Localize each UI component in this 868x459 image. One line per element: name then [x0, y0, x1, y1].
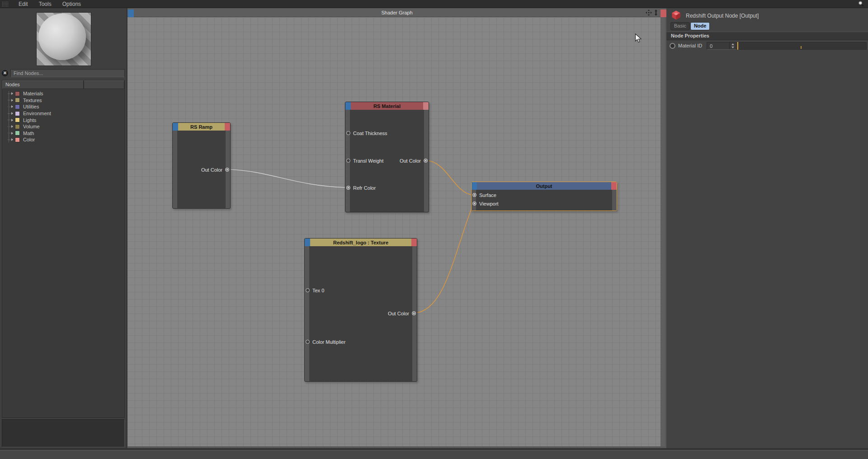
port-tex0[interactable] — [306, 288, 310, 292]
node-corner-blue[interactable] — [305, 239, 310, 246]
keyframe-radio-icon[interactable] — [670, 43, 675, 49]
canvas-edge-strip — [660, 17, 665, 446]
port-label: Tex 0 — [312, 288, 324, 293]
tree-item-label: Lights — [23, 117, 36, 123]
slider-cursor — [737, 42, 738, 50]
node-corner-blue[interactable] — [173, 123, 178, 131]
graph-title-bar: Shader Graph — [127, 8, 666, 17]
menu-options[interactable]: Options — [57, 0, 86, 8]
category-color-chip — [15, 124, 20, 129]
stepper-down-icon[interactable] — [731, 47, 734, 48]
status-bar — [0, 450, 868, 459]
tree-item-volume[interactable]: Volume — [2, 123, 124, 130]
category-color-chip — [15, 117, 20, 122]
port-label: Out Color — [388, 311, 409, 316]
section-node-properties[interactable]: Node Properties — [666, 32, 868, 40]
tree-item-label: Math — [23, 131, 34, 136]
field-label: Material ID — [678, 43, 702, 48]
tree-header-extra[interactable] — [84, 80, 124, 89]
node-rs-material[interactable]: RS Material Coat Thickness Transl Weight… — [345, 102, 429, 212]
port-row-out-color: Out Color — [345, 157, 429, 164]
expander-icon[interactable] — [11, 125, 13, 128]
port-surface[interactable] — [472, 193, 476, 197]
node-body: Tex 0 Out Color Color Multiplier — [305, 246, 417, 381]
tree-item-color[interactable]: Color — [2, 136, 124, 143]
section-title: Node Properties — [666, 32, 868, 38]
zoom-icon[interactable] — [653, 9, 659, 16]
category-color-chip — [15, 137, 20, 142]
tree-item-environment[interactable]: Environment — [2, 110, 124, 117]
menu-edit[interactable]: Edit — [13, 0, 33, 8]
node-title-bar[interactable]: Redshift_logo : Texture — [305, 239, 417, 246]
graph-corner-red[interactable] — [660, 9, 666, 17]
node-corner-blue[interactable] — [345, 102, 351, 110]
port-out-color[interactable] — [412, 311, 416, 315]
tree-item-utilities[interactable]: Utilities — [2, 103, 124, 110]
tab-basic[interactable]: Basic — [670, 22, 690, 30]
redshift-logo-icon — [671, 10, 681, 21]
node-corner-blue[interactable] — [472, 182, 477, 190]
material-preview[interactable] — [36, 12, 91, 66]
search-icon[interactable] — [858, 0, 864, 8]
node-corner-red[interactable] — [411, 239, 417, 246]
graph-canvas[interactable] — [127, 17, 660, 446]
port-color-multiplier[interactable] — [306, 340, 310, 344]
palette-grip-icon[interactable] — [2, 1, 9, 7]
node-rs-ramp[interactable]: RS Ramp Out Color — [172, 122, 231, 209]
preview-sphere — [38, 14, 86, 60]
port-viewport[interactable] — [472, 201, 476, 206]
port-row-coat-thickness: Coat Thickness — [345, 130, 429, 137]
tree-item-lights[interactable]: Lights — [2, 117, 124, 123]
port-out-color[interactable] — [225, 168, 229, 172]
node-corner-red[interactable] — [225, 123, 230, 131]
stepper-up-icon[interactable] — [731, 43, 734, 45]
port-label: Out Color — [400, 158, 421, 164]
find-nodes-input[interactable] — [10, 69, 125, 77]
tree-item-textures[interactable]: Textures — [2, 97, 124, 104]
expander-icon[interactable] — [11, 119, 13, 122]
tree-item-label: Utilities — [23, 104, 39, 109]
material-id-input[interactable] — [707, 42, 729, 49]
expander-icon[interactable] — [11, 92, 13, 95]
menu-tools[interactable]: Tools — [33, 0, 57, 8]
graph-title: Shader Graph — [127, 8, 666, 17]
tree-item-math[interactable]: Math — [2, 130, 124, 137]
port-row-viewport: Viewport — [472, 200, 617, 207]
node-corner-red[interactable] — [423, 102, 429, 110]
port-refr-color[interactable] — [346, 186, 350, 190]
attributes-header: Redshift Output Node [Output] — [671, 10, 759, 21]
node-title-bar[interactable]: RS Ramp — [173, 123, 230, 131]
port-row-surface: Surface — [472, 192, 617, 199]
tree-item-label: Environment — [23, 111, 51, 116]
tree-dash — [8, 113, 11, 114]
expander-icon[interactable] — [11, 112, 13, 115]
node-title-bar[interactable]: RS Material — [345, 102, 429, 110]
clear-search-button[interactable]: ✖ — [2, 70, 8, 76]
tree-item-materials[interactable]: Materials — [2, 90, 124, 97]
expander-icon[interactable] — [11, 132, 13, 135]
tree-item-label: Volume — [23, 124, 40, 129]
expander-icon[interactable] — [11, 105, 13, 108]
tree-body: Materials Textures Utilities — [2, 89, 124, 143]
material-id-slider[interactable] — [737, 42, 867, 50]
material-id-spinbox — [707, 42, 736, 50]
node-corner-red[interactable] — [611, 182, 617, 190]
application-window: Edit Tools Options ✖ Nodes — [0, 0, 868, 459]
mouse-cursor — [635, 33, 642, 45]
category-color-chip — [15, 111, 20, 116]
tree-header-nodes[interactable]: Nodes — [2, 80, 84, 89]
port-coat-thickness[interactable] — [346, 131, 350, 135]
port-row-color-multiplier: Color Multiplier — [305, 338, 417, 346]
expander-icon[interactable] — [11, 138, 13, 141]
node-library-panel: ✖ Nodes Materials Textu — [0, 8, 127, 448]
port-label: Refr Color — [353, 185, 376, 191]
port-out-color[interactable] — [424, 159, 428, 163]
node-title-bar[interactable]: Output — [472, 182, 617, 190]
shader-graph-panel: Shader Graph — [127, 8, 666, 448]
pan-icon[interactable] — [646, 9, 652, 16]
node-texture[interactable]: Redshift_logo : Texture Tex 0 Out Color … — [304, 238, 417, 382]
port-label: Coat Thickness — [353, 131, 387, 136]
node-output[interactable]: Output Surface Viewport — [471, 182, 617, 211]
tab-node[interactable]: Node — [690, 22, 710, 30]
expander-icon[interactable] — [11, 99, 13, 102]
